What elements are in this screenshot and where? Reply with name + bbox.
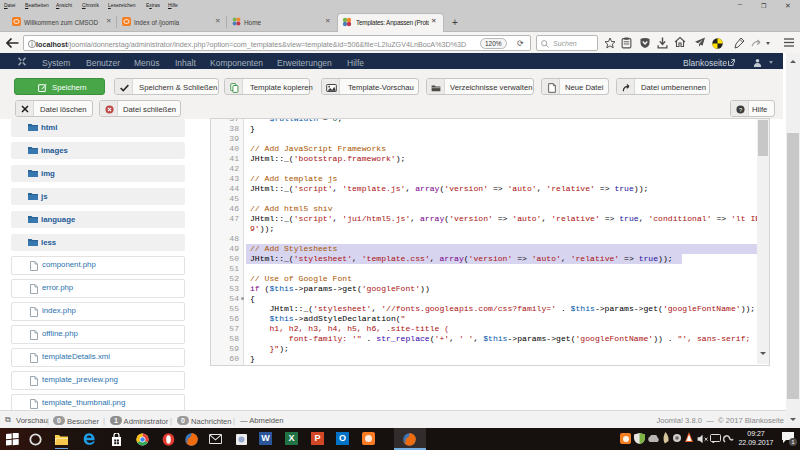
- svg-text:?: ?: [738, 106, 741, 112]
